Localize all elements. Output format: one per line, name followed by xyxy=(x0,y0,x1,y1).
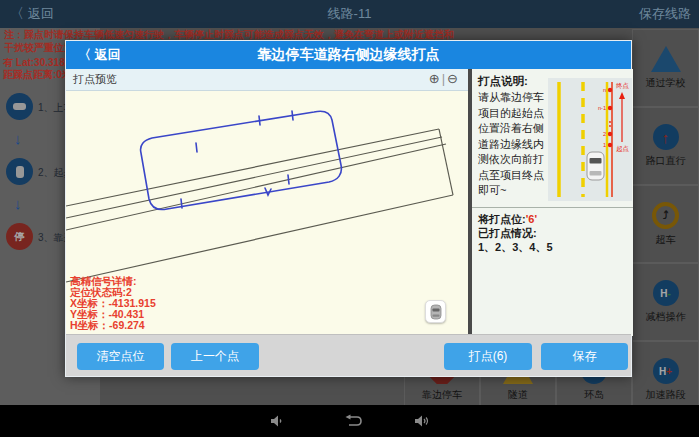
instructions-panel: 打点说明: 请从靠边停车项目的起始点位置沿着右侧道路边缘线内测依次向前打点至项目… xyxy=(472,69,633,336)
zoom-in-icon[interactable]: ⊕ xyxy=(429,71,442,86)
done-points-title: 已打点情况: xyxy=(478,226,537,241)
marking-dialog: 〈 返回 靠边停车道路右侧边缘线打点 打点预览 ⊕|⊖ xyxy=(65,40,632,377)
gps-telemetry: 高精信号详情: 定位状态码:2 X坐标：-4131.915 Y坐标：-40.43… xyxy=(70,276,156,331)
volume-up-icon[interactable] xyxy=(412,412,432,430)
dialog-back-button[interactable]: 〈 返回 xyxy=(78,46,121,64)
dialog-button-bar: 清空点位 上一个点 打点(6) 保存 xyxy=(66,334,631,376)
previous-point-button[interactable]: 上一个点 xyxy=(171,343,259,370)
screen: 〈返回 线路-11 保存线路 注：踩点时请保持车辆低速匀速行驶，车辆停止时踩点可… xyxy=(0,0,699,437)
preview-panel: 打点预览 ⊕|⊖ xyxy=(66,69,468,336)
back-icon[interactable] xyxy=(344,412,364,430)
dialog-header: 〈 返回 靠边停车道路右侧边缘线打点 xyxy=(66,41,631,69)
android-nav-bar xyxy=(0,405,699,437)
next-point-line: 将打点位:'6' xyxy=(478,212,537,227)
instructions-title: 打点说明: xyxy=(478,74,528,89)
instructions-body: 请从靠边停车项目的起始点位置沿着右侧道路边缘线内测依次向前打点至项目终点即可~ xyxy=(478,90,550,199)
save-button[interactable]: 保存 xyxy=(541,343,628,370)
diagram-start-label: 起点 xyxy=(616,145,630,153)
point-label-n: n xyxy=(603,87,606,93)
next-point-value: '6' xyxy=(526,213,537,225)
point-label-1: 1 xyxy=(603,142,606,148)
point-label-2: 2 xyxy=(603,131,606,137)
preview-label: 打点预览 xyxy=(73,72,117,87)
clear-points-button[interactable]: 清空点位 xyxy=(77,343,164,370)
path-preview-canvas[interactable]: 高精信号详情: 定位状态码:2 X坐标：-4131.915 Y坐标：-40.43… xyxy=(66,91,468,336)
locate-vehicle-button[interactable] xyxy=(425,300,446,323)
mark-point-button[interactable]: 打点(6) xyxy=(444,343,532,370)
diagram-car-icon xyxy=(587,152,604,180)
lane-diagram: n n-1 2 1 终点 起点 xyxy=(548,78,632,201)
volume-down-icon[interactable] xyxy=(268,412,288,430)
preview-header: 打点预览 ⊕|⊖ xyxy=(66,69,468,91)
zoom-out-icon[interactable]: ⊖ xyxy=(447,71,460,86)
panel-divider-line xyxy=(472,207,633,208)
point-label-n1: n-1 xyxy=(598,105,606,111)
car-top-view-icon xyxy=(430,304,442,320)
diagram-end-label: 终点 xyxy=(616,82,630,89)
dialog-title: 靠边停车道路右侧边缘线打点 xyxy=(66,46,631,64)
done-points-list: 1、2、3、4、5 xyxy=(478,240,553,255)
chevron-left-icon: 〈 xyxy=(78,47,91,62)
